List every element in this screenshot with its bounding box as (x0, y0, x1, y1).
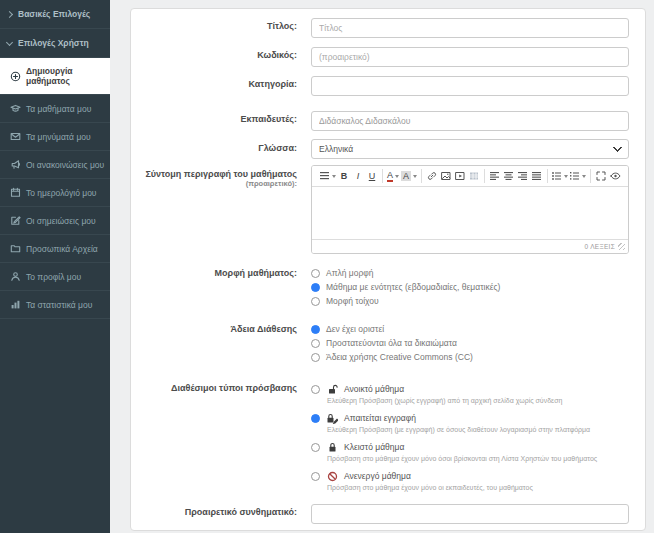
user-icon (10, 271, 21, 282)
license-label: Άδεια Διάθεσης (131, 320, 311, 366)
sidebar-item-label: Το προφίλ μου (26, 272, 81, 282)
sidebar-item-label: Προσωπικά Αρχεία (26, 244, 98, 254)
paragraph-format-icon[interactable] (319, 169, 337, 183)
option-label[interactable]: Απλή μορφή (326, 268, 374, 278)
option-label[interactable]: Άδεια χρήσης Creative Commons (CC) (326, 352, 473, 362)
category-input[interactable] (311, 76, 629, 96)
radio-license-cc[interactable] (311, 353, 320, 362)
instructors-input[interactable] (311, 111, 629, 131)
graduation-cap-icon (10, 103, 21, 114)
option-label[interactable]: Δεν έχει οριστεί (326, 324, 384, 334)
editor-statusbar: 0 ΛΕΞΕΙΣ (312, 239, 628, 253)
access-option-desc: Πρόσβαση στο μάθημα έχουν μόνο όσοι βρίσ… (327, 455, 629, 462)
instructors-label: Εκπαιδευτές: (131, 110, 311, 131)
radio-inactive-course[interactable] (311, 472, 320, 481)
sidebar-item-label: Τα μηνύματά μου (26, 132, 91, 142)
title-label: Τίτλος: (131, 17, 311, 38)
bullet-list-icon[interactable] (551, 169, 569, 183)
align-justify-icon[interactable] (530, 169, 544, 183)
category-label: Κατηγορία: (131, 75, 311, 96)
code-input[interactable] (311, 47, 629, 67)
language-select[interactable]: Ελληνικά (311, 139, 629, 159)
option-label[interactable]: Μορφή τοίχου (326, 296, 379, 306)
course-creation-form: Τίτλος: Κωδικός: Κατηγορία: Εκπαιδευτές:… (130, 8, 646, 531)
word-count: 0 ΛΕΞΕΙΣ (584, 243, 615, 250)
preview-icon[interactable] (608, 169, 622, 183)
sidebar-section-user-options[interactable]: Επιλογές Χρήστη (0, 29, 110, 58)
numbered-list-icon[interactable] (569, 169, 587, 183)
language-label: Γλώσσα: (131, 139, 311, 159)
ban-icon (326, 470, 338, 482)
lock-icon (326, 441, 338, 453)
password-label: Προαιρετικό συνθηματικό: (131, 503, 311, 524)
italic-icon[interactable]: I (351, 169, 365, 183)
align-center-icon[interactable] (502, 169, 516, 183)
background-color-icon[interactable]: A (400, 169, 418, 183)
sidebar-item-label: Οι ανακοινώσεις μου (26, 160, 104, 170)
code-label: Κωδικός: (131, 46, 311, 67)
bar-chart-icon (10, 299, 21, 310)
sidebar-item-label: Οι σημειώσεις μου (26, 216, 96, 226)
course-format-label: Μορφή μαθήματος: (131, 264, 311, 310)
sidebar-section-label: Βασικές Επιλογές (18, 9, 90, 19)
sidebar-item-label: Τα στατιστικά μου (26, 300, 92, 310)
radio-license-undefined[interactable] (311, 325, 320, 334)
sidebar: Βασικές Επιλογές Επιλογές Χρήστη Δημιουρ… (0, 0, 110, 533)
radio-license-all-rights[interactable] (311, 339, 320, 348)
access-option-label[interactable]: Ανοικτό μάθημα (344, 384, 404, 394)
access-types-label: Διαθέσιμοι τύποι πρόσβασης (131, 379, 311, 499)
radio-units-format[interactable] (311, 283, 320, 292)
language-selected-value: Ελληνικά (319, 144, 353, 154)
lock-pencil-icon (326, 412, 338, 424)
insert-image-icon[interactable] (439, 169, 453, 183)
sidebar-item-my-statistics[interactable]: Τα στατιστικά μου (0, 291, 110, 319)
access-option-desc: Πρόσβαση στο μάθημα έχουν μόνο οι εκπαιδ… (327, 484, 629, 491)
align-left-icon[interactable] (488, 169, 502, 183)
option-label[interactable]: Μάθημα με ενότητες (εβδομαδιαίες, θεματι… (326, 282, 500, 292)
sidebar-item-my-profile[interactable]: Το προφίλ μου (0, 263, 110, 291)
sidebar-item-create-course[interactable]: Δημιουργία μαθήματος (0, 58, 110, 95)
access-option-label[interactable]: Ανενεργό μάθημα (344, 471, 411, 481)
radio-open-course[interactable] (311, 385, 320, 394)
insert-table-icon[interactable] (467, 169, 481, 183)
sidebar-item-label: Το ημερολόγιό μου (26, 188, 97, 198)
radio-closed-course[interactable] (311, 443, 320, 452)
radio-registration-required[interactable] (311, 414, 320, 423)
insert-media-icon[interactable] (453, 169, 467, 183)
fullscreen-icon[interactable] (594, 169, 608, 183)
radio-simple-format[interactable] (311, 269, 320, 278)
access-option-desc: Ελεύθερη Πρόσβαση (χωρίς εγγραφή) από τη… (327, 397, 629, 404)
editor-toolbar: B I U A A (312, 166, 628, 187)
radio-wall-format[interactable] (311, 297, 320, 306)
editor-content[interactable] (312, 187, 628, 239)
title-input[interactable] (311, 18, 629, 38)
sidebar-item-my-calendar[interactable]: Το ημερολόγιό μου (0, 179, 110, 207)
bullhorn-icon (10, 159, 21, 170)
sidebar-item-label: Τα μαθήματα μου (26, 104, 91, 114)
underline-icon[interactable]: U (365, 169, 379, 183)
access-option-label[interactable]: Κλειστό μάθημα (344, 442, 404, 452)
chevron-down-icon (613, 142, 623, 152)
text-color-icon[interactable]: A (386, 169, 400, 183)
resize-grip-icon[interactable] (618, 243, 625, 250)
unlock-icon (326, 383, 338, 395)
calendar-icon (10, 187, 21, 198)
rich-text-editor: B I U A A (311, 165, 629, 254)
sidebar-item-my-announcements[interactable]: Οι ανακοινώσεις μου (0, 151, 110, 179)
align-right-icon[interactable] (516, 169, 530, 183)
description-label: Σύντομη περιγραφή του μαθήματος (προαιρε… (131, 165, 311, 254)
option-label[interactable]: Προστατεύονται όλα τα δικαιώματα (326, 338, 457, 348)
sidebar-item-my-notes[interactable]: Οι σημειώσεις μου (0, 207, 110, 235)
chevron-right-icon (6, 10, 13, 17)
access-option-label[interactable]: Απαιτείται εγγραφή (344, 413, 416, 423)
sidebar-item-label: Δημιουργία μαθήματος (26, 66, 106, 86)
password-input[interactable] (311, 504, 629, 524)
envelope-icon (10, 131, 21, 142)
sidebar-item-my-courses[interactable]: Τα μαθήματα μου (0, 95, 110, 123)
sidebar-item-personal-files[interactable]: Προσωπικά Αρχεία (0, 235, 110, 263)
link-icon[interactable] (425, 169, 439, 183)
sidebar-item-my-messages[interactable]: Τα μηνύματά μου (0, 123, 110, 151)
pencil-square-icon (10, 215, 21, 226)
sidebar-section-basic-options[interactable]: Βασικές Επιλογές (0, 0, 110, 29)
bold-icon[interactable]: B (337, 169, 351, 183)
